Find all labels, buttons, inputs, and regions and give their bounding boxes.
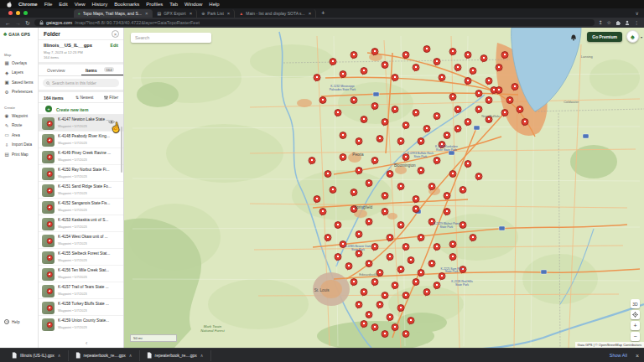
map-waypoint-pin[interactable]	[434, 58, 439, 66]
map-waypoint-pin[interactable]	[402, 51, 408, 59]
browser-tab[interactable]: ▤GPX Export×	[153, 9, 197, 18]
map-waypoint-pin[interactable]	[371, 323, 377, 332]
sidebar-item-area[interactable]: ▭Area	[4, 132, 20, 137]
map-waypoint-pin[interactable]	[330, 186, 335, 194]
folder-search-input[interactable]: Search items in this folder	[43, 79, 119, 87]
map-waypoint-pin[interactable]	[418, 269, 423, 277]
window-controls[interactable]	[8, 11, 28, 15]
map-waypoint-pin[interactable]	[371, 243, 377, 251]
map-waypoint-pin[interactable]	[371, 48, 377, 56]
zoom-in-button[interactable]: +	[631, 321, 640, 330]
map-waypoint-pin[interactable]	[314, 74, 319, 82]
browser-menu-icon[interactable]: ⋮	[634, 20, 639, 25]
download-chip[interactable]: repeaterbook_re....gpx∧	[69, 350, 140, 361]
map-waypoint-pin[interactable]	[324, 170, 330, 178]
map-waypoint-pin[interactable]	[402, 243, 408, 251]
map-waypoint-pin[interactable]	[340, 132, 345, 140]
map-waypoint-pin[interactable]	[470, 234, 475, 242]
map-waypoint-pin[interactable]	[309, 157, 314, 165]
sort-newest-button[interactable]: ⇅ Newest	[75, 96, 93, 100]
sidebar-item-route[interactable]: ✎Route	[4, 123, 22, 128]
map-waypoint-pin[interactable]	[470, 67, 475, 75]
map-waypoint-pin[interactable]	[356, 137, 361, 146]
perspective-3d-button[interactable]: 3D	[631, 299, 640, 308]
waypoint-list-item[interactable]: K-4151 Sand Ridge State Fo...Waypoint • …	[39, 182, 123, 199]
menu-chrome[interactable]: Chrome	[18, 2, 38, 7]
sidebar-item-layers[interactable]: ◈Layers	[4, 70, 23, 75]
map-waypoint-pin[interactable]	[366, 218, 371, 226]
map-waypoint-pin[interactable]	[361, 288, 366, 297]
map-waypoint-pin[interactable]	[382, 330, 387, 339]
map-waypoint-pin[interactable]	[486, 77, 491, 85]
map-waypoint-pin[interactable]	[382, 292, 387, 300]
map-waypoint-pin[interactable]	[413, 205, 418, 214]
map-waypoint-pin[interactable]	[418, 167, 423, 175]
map-waypoint-pin[interactable]	[361, 116, 366, 124]
map-waypoint-pin[interactable]	[439, 74, 444, 82]
minimize-window-button[interactable]	[16, 11, 20, 15]
menu-bookmarks[interactable]: Bookmarks	[114, 2, 139, 7]
map-waypoint-pin[interactable]	[449, 93, 454, 101]
list-scrollbar[interactable]	[121, 127, 123, 173]
map-waypoint-pin[interactable]	[460, 221, 465, 230]
map-waypoint-pin[interactable]	[350, 278, 356, 287]
map-waypoint-pin[interactable]	[480, 54, 486, 63]
map-waypoint-pin[interactable]	[356, 167, 361, 175]
zoom-out-button[interactable]: −	[631, 332, 640, 341]
waypoint-list-item[interactable]: K-4152 Sanganois State Fis...Waypoint • …	[39, 199, 123, 215]
map-waypoint-pin[interactable]	[501, 51, 506, 59]
sidebar-item-print-map[interactable]: ▤Print Map	[4, 152, 29, 157]
map-waypoint-pin[interactable]	[340, 70, 345, 79]
map-waypoint-pin[interactable]	[501, 109, 506, 117]
go-premium-button[interactable]: Go Premium	[587, 32, 622, 42]
map-waypoint-pin[interactable]	[423, 288, 428, 297]
map-waypoint-pin[interactable]	[345, 262, 351, 271]
map-waypoint-pin[interactable]	[397, 137, 402, 146]
browser-tab[interactable]: ▲Main - list and display SOTA s...×	[235, 9, 316, 18]
map-waypoint-pin[interactable]	[465, 51, 470, 59]
map-waypoint-pin[interactable]	[454, 106, 460, 114]
map-waypoint-pin[interactable]	[366, 260, 371, 268]
map-waypoint-pin[interactable]	[402, 292, 408, 300]
map-waypoint-pin[interactable]	[402, 122, 408, 130]
map-waypoint-pin[interactable]	[371, 102, 377, 111]
edit-folder-button[interactable]: Edit	[111, 43, 118, 48]
account-caret-icon[interactable]: ▾	[641, 35, 642, 39]
account-avatar[interactable]: ♠	[626, 30, 639, 43]
map-waypoint-pin[interactable]	[454, 64, 460, 72]
waypoint-list-item[interactable]: K-4150 Ray Norbut State Fi...Waypoint • …	[39, 165, 123, 182]
map-waypoint-pin[interactable]	[475, 106, 480, 114]
map-waypoint-pin[interactable]	[319, 96, 325, 105]
map-waypoint-pin[interactable]	[449, 240, 454, 249]
map-waypoint-pin[interactable]	[460, 186, 465, 194]
map-waypoint-pin[interactable]	[366, 311, 371, 319]
map-waypoint-pin[interactable]	[444, 192, 449, 200]
share-icon[interactable]: ↥	[599, 20, 603, 25]
map-waypoint-pin[interactable]	[324, 234, 330, 242]
address-bar[interactable]: gaiagps.com /map/?loc=8.8/-90.7343/40.47…	[34, 19, 595, 26]
forward-button[interactable]: →	[15, 20, 21, 26]
map-waypoint-pin[interactable]	[382, 208, 387, 216]
map-waypoint-pin[interactable]	[371, 278, 377, 287]
map-waypoint-pin[interactable]	[340, 153, 345, 162]
locate-button[interactable]	[631, 310, 640, 319]
map-waypoint-pin[interactable]	[408, 256, 413, 265]
map-waypoint-pin[interactable]	[428, 183, 434, 191]
map-waypoint-pin[interactable]	[423, 125, 428, 133]
map-waypoint-pin[interactable]	[434, 157, 439, 165]
menu-file[interactable]: File	[44, 2, 53, 7]
map-waypoint-pin[interactable]	[382, 118, 387, 127]
menu-help[interactable]: Help	[209, 2, 219, 7]
map-waypoint-pin[interactable]	[423, 45, 428, 54]
map-waypoint-pin[interactable]	[454, 125, 460, 133]
map-waypoint-pin[interactable]	[330, 58, 335, 66]
map-waypoint-pin[interactable]	[413, 278, 418, 287]
map-waypoint-pin[interactable]	[335, 253, 340, 261]
back-button[interactable]: ←	[5, 20, 11, 26]
browser-tab[interactable]: ⊕Park List×	[197, 9, 235, 18]
map-waypoint-pin[interactable]	[496, 86, 501, 95]
download-chip[interactable]: repeaterbook_re....gpx∧	[140, 350, 211, 361]
download-caret-icon[interactable]: ∧	[58, 353, 61, 358]
download-caret-icon[interactable]: ∧	[129, 353, 132, 358]
map-waypoint-pin[interactable]	[465, 160, 470, 168]
